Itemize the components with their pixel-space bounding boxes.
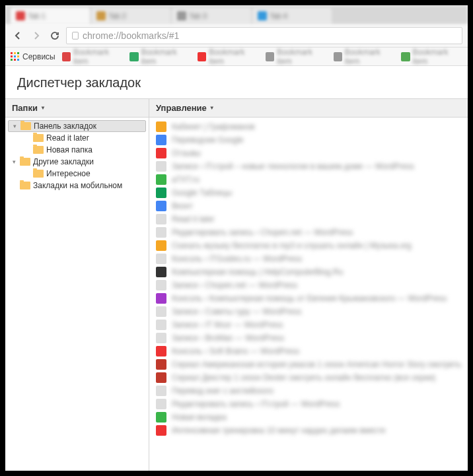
- folder-label: Другие закладки: [33, 157, 94, 166]
- bookmark-favicon-icon: [156, 227, 166, 238]
- browser-tab[interactable]: Tab 2: [91, 8, 170, 24]
- bookmark-favicon-icon: [156, 121, 166, 132]
- bookmark-row[interactable]: Записи ‹ Советы гуру — WordPress: [149, 305, 468, 318]
- folder-label: Read it later: [46, 133, 89, 143]
- folder-label: Новая папка: [46, 145, 92, 154]
- bookmark-row[interactable]: Записи ‹ Chopen.net — WordPress: [149, 279, 468, 292]
- bookmark-row[interactable]: aTXT.ru: [149, 173, 468, 186]
- bookmark-bar-item[interactable]: Bookmark item: [266, 48, 327, 66]
- bookmark-title: Редактировать запись ‹ Chopen.net — Word…: [172, 228, 353, 237]
- bookmark-favicon-icon: [156, 267, 166, 277]
- folders-header[interactable]: Папки ▼: [5, 99, 149, 117]
- bookmark-row[interactable]: Сериал Американская история ужасов 1 сез…: [149, 358, 468, 371]
- folder-tree-item[interactable]: Read it later: [5, 132, 149, 144]
- favicon-icon: [198, 52, 206, 61]
- browser-tab[interactable]: Tab 1: [11, 8, 90, 24]
- bookmark-favicon-icon: [156, 201, 166, 211]
- bookmark-favicon-icon: [156, 306, 166, 317]
- folder-icon: [33, 134, 44, 142]
- bookmark-row[interactable]: Скачать музыку бесплатно в mp3 и слушать…: [149, 239, 468, 252]
- bookmark-row[interactable]: Перевод книг с английского: [149, 384, 468, 397]
- expand-icon[interactable]: ▾: [11, 158, 17, 165]
- folder-tree-item[interactable]: ▾Другие закладки: [5, 156, 149, 168]
- folder-icon: [33, 170, 44, 178]
- folder-tree-item[interactable]: ▾Панель закладок: [8, 120, 146, 132]
- bookmark-row[interactable]: Вконт: [149, 199, 468, 213]
- bookmark-title: Записи ‹ IT Мозг — WordPress: [172, 320, 283, 329]
- bookmark-row[interactable]: Кабинет | Графоманов: [149, 120, 468, 133]
- tab-favicon-icon: [16, 11, 25, 20]
- folder-icon: [20, 182, 30, 189]
- bookmark-favicon-icon: [156, 240, 166, 251]
- bookmark-title: Кабинет | Графоманов: [172, 122, 255, 131]
- manage-header[interactable]: Управление ▼: [149, 99, 468, 117]
- bookmark-title: Консоль ‹ ITGuides.ru — WordPress: [172, 254, 302, 263]
- bookmark-title: Новая вкладка: [172, 413, 227, 422]
- bookmark-row[interactable]: Записи ‹ ITстрой – новые технологии в ва…: [149, 160, 468, 173]
- bookmark-title: Перевод книг с английского: [172, 386, 273, 395]
- bookmark-row[interactable]: Интенсивная тренировка 10 минут кардио д…: [149, 424, 468, 437]
- bookmark-favicon-icon: [156, 161, 166, 172]
- column-headers: Папки ▼ Управление ▼: [5, 98, 468, 117]
- bookmark-favicon-icon: [156, 425, 166, 436]
- bookmark-row[interactable]: Сериал Декстер 1 сезон Dexter смотреть о…: [149, 371, 468, 384]
- manage-header-label: Управление: [156, 103, 207, 113]
- folder-icon: [20, 122, 31, 130]
- bookmark-title: Переводчик Google: [172, 135, 244, 145]
- bookmark-favicon-icon: [156, 187, 166, 198]
- bookmark-row[interactable]: Записи ‹ IT Мозг — WordPress: [149, 318, 468, 331]
- bookmark-bar-item[interactable]: Bookmark item: [334, 48, 395, 66]
- bookmark-row[interactable]: Переводчик Google: [149, 133, 468, 147]
- folder-tree-item[interactable]: Закладки на мобильном: [5, 180, 149, 191]
- bookmark-bar-item[interactable]: Bookmark item: [62, 48, 124, 66]
- bookmark-title: Сериал Декстер 1 сезон Dexter смотреть о…: [172, 373, 435, 382]
- bookmark-bar-item[interactable]: Bookmark item: [401, 48, 462, 66]
- bookmark-favicon-icon: [156, 333, 166, 343]
- apps-button[interactable]: Сервисы: [11, 52, 55, 61]
- bookmark-row[interactable]: Новая вкладка: [149, 411, 468, 424]
- reload-icon: [50, 30, 60, 41]
- bookmark-favicon-icon: [156, 372, 166, 383]
- bookmark-row[interactable]: Консоль ‹ Soft Brains — WordPress: [149, 345, 468, 358]
- bookmark-row[interactable]: Google Таблицы: [149, 186, 468, 199]
- bookmark-row[interactable]: Редактировать запись ‹ ITстрой — WordPre…: [149, 397, 468, 411]
- address-bar[interactable]: chrome://bookmarks/#1: [66, 27, 462, 44]
- page-content: Диспетчер закладок Папки ▼ Управление ▼ …: [5, 66, 468, 471]
- arrow-left-icon: [13, 30, 23, 41]
- bookmark-row[interactable]: Консоль ‹ ITGuides.ru — WordPress: [149, 252, 468, 265]
- bookmark-row[interactable]: Отзывы: [149, 147, 468, 160]
- bookmark-bar-item[interactable]: Bookmark item: [129, 48, 191, 66]
- back-button[interactable]: [11, 28, 25, 43]
- nav-bar: chrome://bookmarks/#1: [5, 24, 468, 48]
- bookmark-title: Интенсивная тренировка 10 минут кардио д…: [172, 426, 385, 435]
- tabs-bar: Tab 1Tab 2Tab 3Tab 4: [5, 5, 468, 24]
- reload-button[interactable]: [48, 28, 62, 43]
- bookmark-row[interactable]: Консоль ‹ Компьютерная помощь от Евгения…: [149, 292, 468, 305]
- bookmark-title: Записи ‹ Советы гуру — WordPress: [172, 307, 301, 316]
- bookmark-row[interactable]: Записи ‹ BroMan — WordPress: [149, 331, 468, 345]
- favicon-icon: [129, 52, 138, 61]
- folder-tree-item[interactable]: Интересное: [5, 168, 149, 180]
- dropdown-arrow-icon: ▼: [40, 105, 46, 111]
- folder-tree-item[interactable]: Новая папка: [5, 144, 149, 156]
- favicon-icon: [266, 52, 274, 61]
- folder-label: Закладки на мобильном: [33, 181, 122, 190]
- page-icon: [71, 31, 80, 40]
- page-title: Диспетчер закладок: [5, 66, 468, 98]
- bookmark-favicon-icon: [156, 359, 166, 370]
- browser-tab[interactable]: Tab 4: [252, 8, 332, 24]
- bookmark-row[interactable]: Компьютерная помощь | HelpComputerBlog.R…: [149, 265, 468, 279]
- tab-favicon-icon: [177, 11, 186, 20]
- forward-button[interactable]: [29, 28, 44, 43]
- bookmark-title: Консоль ‹ Компьютерная помощь от Евгения…: [172, 294, 447, 303]
- bookmarks-list: Кабинет | ГрафомановПереводчик GoogleОтз…: [149, 118, 468, 471]
- favicon-icon: [401, 52, 410, 61]
- apps-label: Сервисы: [22, 52, 55, 61]
- browser-tab[interactable]: Tab 3: [172, 8, 251, 24]
- bookmark-bar-item[interactable]: Bookmark item: [198, 48, 259, 66]
- bookmark-row[interactable]: Read it later: [149, 213, 468, 226]
- apps-icon: [11, 52, 20, 61]
- bookmark-row[interactable]: Редактировать запись ‹ Chopen.net — Word…: [149, 226, 468, 239]
- expand-icon[interactable]: ▾: [11, 123, 18, 129]
- bookmark-favicon-icon: [156, 386, 166, 396]
